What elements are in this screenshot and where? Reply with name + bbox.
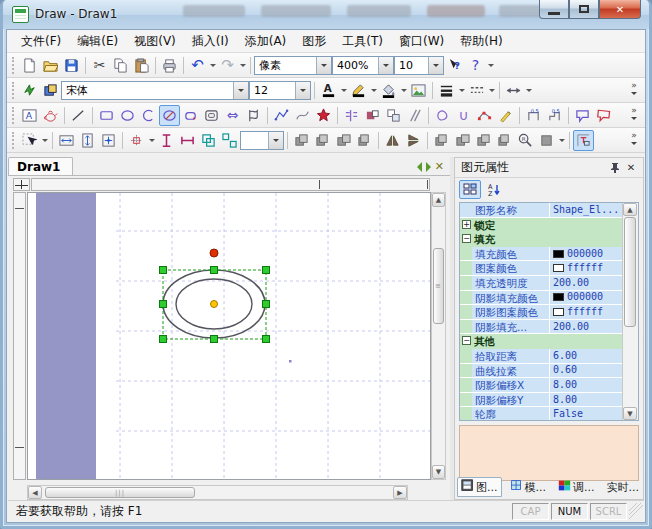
- panel-tab-3[interactable]: 调...: [554, 477, 599, 497]
- open-file-icon[interactable]: [40, 55, 61, 76]
- tab-scroll-left-icon[interactable]: [417, 162, 422, 172]
- property-value[interactable]: Shape_El...: [550, 203, 622, 218]
- rotate-right-icon[interactable]: [452, 130, 473, 151]
- bring-front-icon[interactable]: [291, 130, 312, 151]
- property-value[interactable]: 200.00: [550, 320, 622, 335]
- layer-combo[interactable]: [240, 131, 284, 150]
- flip-horizontal-icon[interactable]: [382, 130, 403, 151]
- panel-tab-2[interactable]: 模...: [506, 477, 551, 497]
- property-row[interactable]: 曲线拉紧 0.60: [460, 364, 622, 379]
- title-bar[interactable]: Draw - Draw1 ✕: [3, 0, 649, 29]
- ellipse-tool-icon[interactable]: [117, 105, 138, 126]
- connector-a-icon[interactable]: 0.5: [523, 105, 544, 126]
- menu-item-2[interactable]: 编辑(E): [69, 30, 126, 53]
- group-icon[interactable]: [198, 130, 219, 151]
- cut-icon[interactable]: ✂: [89, 55, 110, 76]
- rotate-left-icon[interactable]: [431, 130, 452, 151]
- align-center-icon[interactable]: [98, 130, 119, 151]
- save-icon[interactable]: [61, 55, 82, 76]
- text-frame-icon[interactable]: A: [19, 105, 40, 126]
- dash-style-icon-dropdown[interactable]: [487, 80, 496, 101]
- print-icon[interactable]: [159, 55, 180, 76]
- fill-mode-icon-dropdown[interactable]: [557, 130, 566, 151]
- callout-red-icon[interactable]: [593, 105, 614, 126]
- open-curve-icon[interactable]: ∪: [453, 105, 474, 126]
- snap-icon-dropdown[interactable]: [147, 130, 156, 151]
- property-row[interactable]: 阴影填充... 200.00: [460, 320, 622, 335]
- split-icon[interactable]: [341, 105, 362, 126]
- selected-ellipse-shape[interactable]: [28, 193, 431, 480]
- property-row-shape-name[interactable]: 图形名称 Shape_El...: [460, 203, 622, 218]
- menu-item-5[interactable]: 添加(A): [237, 30, 295, 53]
- scroll-right-icon[interactable]: ▶: [393, 486, 407, 499]
- property-category-row[interactable]: − 填充: [460, 232, 622, 247]
- property-row[interactable]: 阴影偏移X 8.00: [460, 378, 622, 393]
- vertical-span-icon[interactable]: [156, 130, 177, 151]
- duplicate-shape-icon[interactable]: [383, 105, 404, 126]
- property-category-row[interactable]: + 锁定: [460, 218, 622, 233]
- ellipse-arc-tool-icon[interactable]: [159, 105, 180, 126]
- send-back-icon[interactable]: [312, 130, 333, 151]
- star-tool-icon[interactable]: [313, 105, 334, 126]
- redo-icon-dropdown[interactable]: [238, 55, 247, 76]
- font-combo-dropdown-icon[interactable]: [233, 82, 248, 99]
- menu-item-3[interactable]: 视图(V): [126, 30, 184, 53]
- horizontal-span-icon[interactable]: [177, 130, 198, 151]
- property-value[interactable]: 0.60: [550, 364, 622, 379]
- pin-icon[interactable]: [607, 160, 623, 175]
- line-color-icon-dropdown[interactable]: [369, 80, 378, 101]
- font-color-icon-dropdown[interactable]: [339, 80, 348, 101]
- dash-style-icon[interactable]: [466, 80, 487, 101]
- node-edit-icon[interactable]: [474, 105, 495, 126]
- menu-item-9[interactable]: 帮助(H): [452, 30, 510, 53]
- expand-icon[interactable]: +: [462, 220, 471, 229]
- teapot-icon[interactable]: [40, 105, 61, 126]
- paste-icon[interactable]: [131, 55, 152, 76]
- line-tool-icon[interactable]: [68, 105, 89, 126]
- toolbar-grip[interactable]: [12, 107, 16, 124]
- propgrid-scrollbar[interactable]: ▲ ▼: [622, 203, 638, 420]
- fill-mode-icon[interactable]: [536, 130, 557, 151]
- select-mode-icon-dropdown[interactable]: [40, 130, 49, 151]
- font-size-combo[interactable]: 12: [249, 81, 311, 100]
- menu-item-4[interactable]: 插入(I): [184, 30, 237, 53]
- fill-color-icon[interactable]: [378, 80, 399, 101]
- scroll-up-icon[interactable]: ▲: [623, 203, 637, 216]
- snap-icon[interactable]: [126, 130, 147, 151]
- ungroup-icon[interactable]: [219, 130, 240, 151]
- property-value[interactable]: 8.00: [550, 378, 622, 393]
- property-row[interactable]: 拾取距离 6.00: [460, 349, 622, 364]
- zoom-region-icon[interactable]: R: [515, 130, 536, 151]
- collapse-icon[interactable]: −: [462, 336, 471, 345]
- toolbar-overflow-icon[interactable]: »: [627, 107, 643, 122]
- scroll-up-icon[interactable]: ▲: [432, 193, 445, 207]
- filled-rect-icon[interactable]: [362, 105, 383, 126]
- drawing-canvas[interactable]: [27, 192, 431, 480]
- help-icon-dropdown[interactable]: [486, 55, 495, 76]
- grid-size-combo[interactable]: 10: [394, 56, 444, 75]
- send-backward-icon[interactable]: [354, 130, 375, 151]
- unit-combo[interactable]: 像素: [254, 56, 332, 75]
- maximize-button[interactable]: [569, 0, 599, 19]
- layers-icon[interactable]: [40, 80, 61, 101]
- menu-item-7[interactable]: 工具(T): [334, 30, 391, 53]
- property-value[interactable]: False: [550, 407, 622, 420]
- arc-tool-icon[interactable]: [138, 105, 159, 126]
- zoom-combo-dropdown-icon[interactable]: [378, 57, 393, 74]
- minimize-button[interactable]: [539, 0, 569, 19]
- hscrollbar-thumb[interactable]: |||: [45, 487, 195, 498]
- canvas-vscrollbar[interactable]: ▲ ≡ ▼: [431, 192, 446, 480]
- document-tab[interactable]: Draw1: [8, 157, 73, 175]
- font-color-icon[interactable]: A: [318, 80, 339, 101]
- undo-icon-dropdown[interactable]: [208, 55, 217, 76]
- property-row[interactable]: 阴影填充颜色 000000: [460, 291, 622, 306]
- parallel-lines-icon[interactable]: [404, 105, 425, 126]
- canvas-hscrollbar[interactable]: ◀ ||| ▶: [27, 485, 408, 500]
- redo-icon[interactable]: ↷: [217, 55, 238, 76]
- align-width-icon[interactable]: [56, 130, 77, 151]
- arrow-style-icon-dropdown[interactable]: [524, 80, 533, 101]
- connector-b-icon[interactable]: 0.5: [544, 105, 565, 126]
- rounded-rect-tool-icon[interactable]: [180, 105, 201, 126]
- polyline-tool-icon[interactable]: [271, 105, 292, 126]
- double-rect-tool-icon[interactable]: [201, 105, 222, 126]
